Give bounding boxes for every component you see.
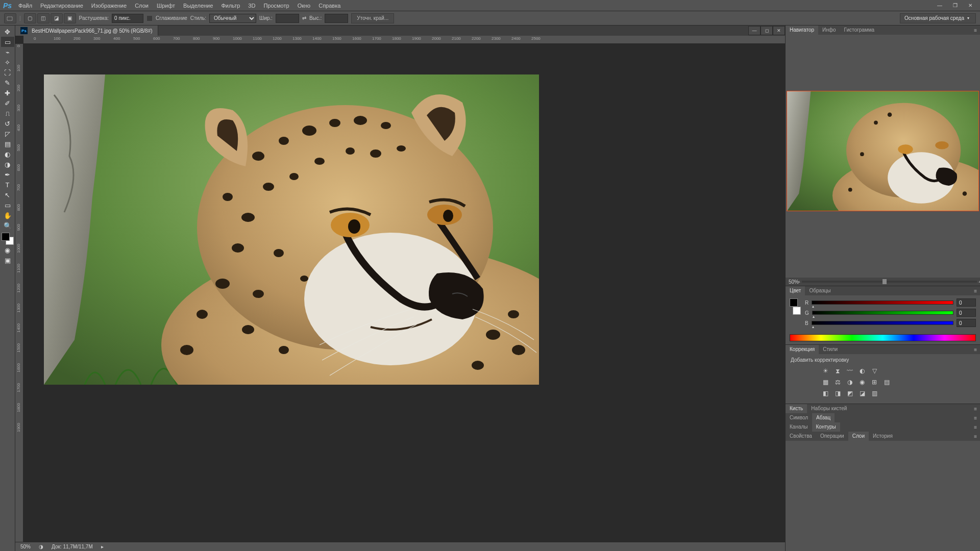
doc-minimize-button[interactable]: —	[748, 26, 761, 35]
type-tool[interactable]: T	[1, 180, 14, 190]
brush-tool[interactable]: ✐	[1, 98, 14, 108]
tab-paths[interactable]: Контуры	[812, 422, 840, 432]
tab-swatches[interactable]: Образцы	[805, 286, 835, 295]
width-input[interactable]	[276, 14, 299, 23]
tab-brush-presets[interactable]: Наборы кистей	[807, 404, 851, 413]
adj-threshold-icon[interactable]: ◩	[846, 389, 854, 397]
screenmode-tool[interactable]: ▣	[1, 255, 14, 265]
adj-lookup-icon[interactable]: ▤	[883, 378, 891, 386]
healing-tool[interactable]: ✚	[1, 88, 14, 98]
tab-layers[interactable]: Слои	[848, 432, 869, 441]
window-minimize-button[interactable]: —	[933, 2, 946, 10]
adj-brightness-icon[interactable]: ☀	[821, 367, 829, 375]
adj-bw-icon[interactable]: ◑	[846, 378, 854, 386]
menu-select[interactable]: Выделение	[179, 1, 217, 11]
path-tool[interactable]: ↖	[1, 190, 14, 200]
color-spectrum[interactable]	[790, 334, 976, 341]
canvas-viewport[interactable]	[23, 44, 785, 542]
foreground-color[interactable]	[2, 233, 10, 241]
marquee-tool[interactable]: ▭	[1, 37, 14, 47]
shape-tool[interactable]: ▭	[1, 200, 14, 210]
antialias-checkbox[interactable]	[146, 15, 153, 21]
tab-color[interactable]: Цвет	[786, 286, 805, 295]
lasso-tool[interactable]: ⌁	[1, 47, 14, 57]
menu-edit[interactable]: Редактирование	[36, 1, 87, 11]
r-input[interactable]	[957, 298, 976, 307]
menu-3d[interactable]: 3D	[244, 1, 259, 11]
navigator-thumbnail[interactable]	[787, 91, 979, 211]
zoom-tool[interactable]: 🔍	[1, 220, 14, 231]
adj-mixer-icon[interactable]: ⊞	[870, 378, 878, 386]
document-tab[interactable]: Ps BestHDWallpapersPack966_71.jpg @ 50% …	[15, 26, 158, 36]
adj-selective-icon[interactable]: ▥	[870, 389, 878, 397]
workspace-switcher[interactable]: Основная рабочая среда	[900, 13, 976, 23]
adj-hue-icon[interactable]: ▦	[821, 378, 829, 386]
tab-actions[interactable]: Операции	[816, 432, 848, 441]
doc-maximize-button[interactable]: ◻	[761, 26, 773, 35]
wand-tool[interactable]: ✧	[1, 57, 14, 67]
move-tool[interactable]: ✥	[1, 27, 14, 37]
blur-tool[interactable]: ◐	[1, 149, 14, 159]
history-brush-tool[interactable]: ↺	[1, 118, 14, 129]
canvas[interactable]	[44, 74, 539, 385]
tab-styles[interactable]: Стили	[819, 345, 842, 354]
selection-new-icon[interactable]: ▢	[24, 13, 36, 23]
panel-menu-icon[interactable]: ≡	[971, 424, 980, 430]
window-close-button[interactable]: ✕	[964, 2, 977, 10]
tab-properties[interactable]: Свойства	[786, 432, 816, 441]
color-panel-swatch[interactable]	[790, 298, 801, 315]
height-input[interactable]	[325, 14, 348, 23]
tab-histogram[interactable]: Гистограмма	[840, 26, 879, 35]
pen-tool[interactable]: ✒	[1, 169, 14, 180]
b-slider[interactable]: ▴	[812, 321, 953, 325]
quickmask-tool[interactable]: ◉	[1, 245, 14, 255]
adj-exposure-icon[interactable]: ◐	[858, 367, 866, 375]
status-docsize[interactable]: Док: 11,7M/11,7M	[52, 544, 93, 549]
tab-adjustments[interactable]: Коррекция	[786, 345, 819, 354]
adj-gradient-icon[interactable]: ◪	[858, 389, 866, 397]
adj-posterize-icon[interactable]: ◨	[834, 389, 842, 397]
menu-window[interactable]: Окно	[293, 1, 315, 11]
adj-curves-icon[interactable]: 〰	[846, 367, 854, 375]
panel-menu-icon[interactable]: ≡	[971, 347, 980, 353]
panel-menu-icon[interactable]: ≡	[971, 434, 980, 439]
adj-invert-icon[interactable]: ◧	[821, 389, 829, 397]
menu-layers[interactable]: Слои	[131, 1, 153, 11]
adj-photo-icon[interactable]: ◉	[858, 378, 866, 386]
panel-menu-icon[interactable]: ≡	[971, 288, 980, 294]
tab-info[interactable]: Инфо	[818, 26, 840, 35]
tab-character[interactable]: Символ	[786, 413, 812, 422]
r-slider[interactable]: ▴	[812, 300, 953, 305]
style-select[interactable]: Обычный	[209, 14, 256, 23]
adj-balance-icon[interactable]: ⚖	[834, 378, 842, 386]
selection-add-icon[interactable]: ◫	[37, 13, 50, 23]
feather-input[interactable]	[112, 14, 143, 23]
menu-filter[interactable]: Фильтр	[217, 1, 244, 11]
crop-tool[interactable]: ⛶	[1, 67, 14, 78]
eraser-tool[interactable]: ◸	[1, 129, 14, 139]
ruler-vertical[interactable]: 0100200300400500600700800900100011001200…	[15, 44, 23, 542]
tab-history[interactable]: История	[869, 432, 897, 441]
panel-menu-icon[interactable]: ≡	[971, 28, 980, 33]
tool-preset-icon[interactable]	[4, 13, 16, 23]
window-maximize-button[interactable]: ❐	[948, 2, 962, 10]
menu-image[interactable]: Изображение	[87, 1, 131, 11]
g-input[interactable]	[957, 309, 976, 317]
tab-channels[interactable]: Каналы	[786, 422, 812, 432]
selection-subtract-icon[interactable]: ◪	[51, 13, 63, 23]
g-slider[interactable]: ▴	[812, 311, 953, 315]
selection-intersect-icon[interactable]: ▣	[64, 13, 76, 23]
tab-paragraph[interactable]: Абзац	[812, 413, 835, 422]
doc-close-button[interactable]: ✕	[773, 26, 785, 35]
tab-brush[interactable]: Кисть	[786, 404, 807, 413]
hand-tool[interactable]: ✋	[1, 210, 14, 220]
navigator-zoom-slider[interactable]	[802, 281, 977, 283]
adj-vibrance-icon[interactable]: ▽	[870, 367, 878, 375]
gradient-tool[interactable]: ▤	[1, 139, 14, 149]
stamp-tool[interactable]: ⎍	[1, 108, 14, 118]
menu-type[interactable]: Шрифт	[153, 1, 179, 11]
swap-wh-icon[interactable]: ⇄	[302, 15, 306, 21]
refine-edge-button[interactable]: Уточн. край...	[351, 13, 394, 23]
tab-navigator[interactable]: Навигатор	[786, 26, 818, 35]
menu-file[interactable]: Файл	[14, 1, 36, 11]
